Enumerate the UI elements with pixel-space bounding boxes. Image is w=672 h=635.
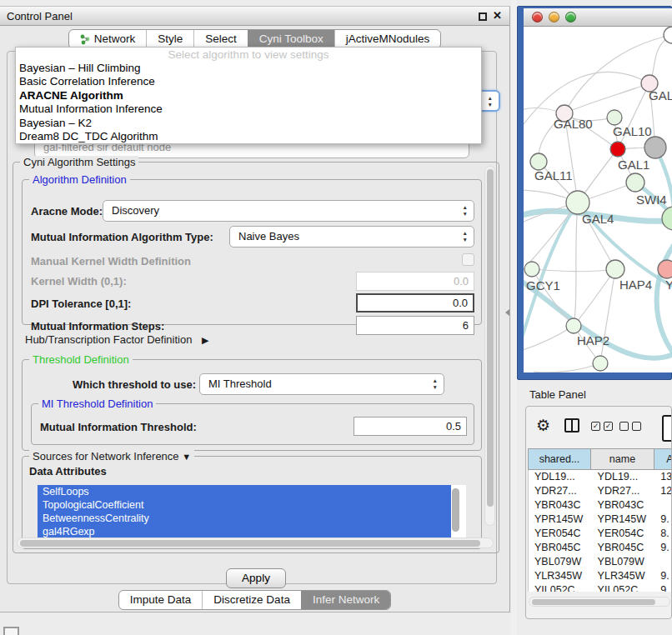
- unchecked-checkbox-icon[interactable]: [619, 422, 629, 431]
- table-column-header[interactable]: A: [654, 448, 672, 470]
- control-panel-titlebar[interactable]: Control Panel ✕: [0, 7, 509, 26]
- settings-horizontal-scrollbar-thumb[interactable]: [20, 540, 480, 547]
- kernel-width-field[interactable]: 0.0: [356, 272, 474, 291]
- table-horizontal-scrollbar[interactable]: [529, 597, 670, 607]
- tab-discretize-data[interactable]: Discretize Data: [202, 591, 301, 609]
- mi-threshold-definition-group: MI Threshold Definition Mutual Informati…: [31, 403, 474, 445]
- tab-jactivemnodules[interactable]: jActiveMNodules: [334, 30, 441, 48]
- data-attribute-item[interactable]: gal4RGexp: [38, 525, 451, 538]
- data-attribute-item[interactable]: SelfLoops: [38, 485, 451, 498]
- table-row[interactable]: YDL19...YDL19...13: [529, 470, 672, 484]
- table-header-row: shared...nameA: [528, 448, 672, 470]
- mi-steps-field[interactable]: 6: [356, 316, 474, 335]
- algorithm-option[interactable]: Basic Correlation Inference: [16, 75, 481, 88]
- settings-vertical-scrollbar[interactable]: [484, 166, 495, 526]
- tab-cyni-toolbox[interactable]: Cyni Toolbox: [248, 30, 334, 48]
- network-view-window[interactable]: GALGAL80GAL10GAL1GAL11GAL4SWI4HAP4YGCY1H…: [517, 6, 672, 380]
- table-row[interactable]: YBR045CYBR045C9.: [529, 541, 672, 555]
- sources-group: Sources for Network Inference ▼ Data Att…: [22, 456, 482, 549]
- hub-tf-definition-expander[interactable]: Hub/Transcription Factor Definition ▶: [25, 333, 208, 346]
- zoom-traffic-light-icon[interactable]: [565, 12, 576, 22]
- dpi-tolerance-field[interactable]: 0.0: [356, 293, 474, 312]
- mi-algorithm-type-label: Mutual Information Algorithm Type:: [31, 231, 213, 243]
- minimized-panel-fragment[interactable]: [3, 627, 19, 635]
- network-node-hap2[interactable]: [566, 318, 581, 333]
- document-icon[interactable]: [662, 415, 672, 442]
- table-cell: [654, 498, 672, 512]
- network-edge[interactable]: [534, 363, 600, 372]
- network-node[interactable]: [593, 356, 608, 371]
- table-row[interactable]: YBL079WYBL079W: [529, 555, 672, 569]
- table-cell: 12: [654, 484, 672, 498]
- network-edge[interactable]: [574, 202, 578, 326]
- manual-kernel-width-checkbox[interactable]: [462, 253, 474, 266]
- network-node-gcy1[interactable]: [524, 262, 539, 277]
- which-threshold-combobox[interactable]: MI Threshold ▲▼: [199, 373, 444, 395]
- expander-down-arrow-icon[interactable]: ▼: [182, 452, 191, 462]
- network-edge[interactable]: [618, 83, 649, 149]
- columns-icon[interactable]: [564, 418, 579, 432]
- unchecked-checkbox-icon[interactable]: [632, 422, 641, 431]
- apply-button[interactable]: Apply: [226, 568, 286, 588]
- table-row[interactable]: YPR145WYPR145W9.: [529, 512, 672, 527]
- tab-label: Impute Data: [130, 591, 192, 609]
- mi-threshold-field[interactable]: 0.5: [354, 417, 467, 436]
- network-edge[interactable]: [657, 242, 672, 362]
- tab-select[interactable]: Select: [193, 30, 248, 48]
- network-node-gal10[interactable]: [607, 110, 622, 125]
- network-node-gal1[interactable]: [626, 173, 644, 192]
- splitter-collapse-arrow-icon[interactable]: [505, 309, 509, 316]
- tab-network[interactable]: Network: [69, 30, 147, 48]
- network-node-gal11[interactable]: [530, 153, 547, 170]
- attributes-scrollbar-thumb[interactable]: [452, 488, 459, 532]
- algorithm-option[interactable]: ARACNE Algorithm: [16, 89, 481, 102]
- table-row[interactable]: YBR043CYBR043C: [529, 498, 672, 512]
- tab-style[interactable]: Style: [146, 30, 193, 48]
- mi-algorithm-type-combobox[interactable]: Naive Bayes ▲▼: [229, 226, 474, 248]
- table-cell: YER054C: [592, 527, 655, 541]
- data-attributes-list[interactable]: SelfLoopsTopologicalCoefficientBetweenne…: [38, 485, 466, 538]
- checked-checkbox-icon[interactable]: ✓: [604, 422, 613, 431]
- table-panel-title: Table Panel: [529, 388, 586, 401]
- table-row[interactable]: YLR345WYLR345W9.: [529, 569, 672, 583]
- minimize-traffic-light-icon[interactable]: [549, 12, 559, 22]
- algorithm-option[interactable]: Dream8 DC_TDC Algorithm: [16, 130, 481, 143]
- gear-icon[interactable]: ⚙: [536, 417, 550, 435]
- table-row[interactable]: YIL052CYIL052C9.: [529, 583, 672, 592]
- network-node[interactable]: [644, 137, 666, 158]
- tab-label: Discretize Data: [213, 591, 290, 609]
- data-attribute-item[interactable]: BetweennessCentrality: [38, 512, 451, 525]
- network-node-hap4[interactable]: [606, 260, 624, 278]
- table-column-header[interactable]: name: [591, 448, 654, 470]
- float-window-icon[interactable]: [479, 12, 487, 21]
- settings-vertical-scrollbar-thumb[interactable]: [487, 169, 494, 507]
- table-row[interactable]: YDR27...YDR27...12: [529, 484, 672, 498]
- aracne-mode-combobox[interactable]: Discovery ▲▼: [103, 200, 474, 222]
- network-canvas[interactable]: GALGAL80GAL10GAL1GAL11GAL4SWI4HAP4YGCY1H…: [524, 27, 672, 372]
- table-horizontal-scrollbar-thumb[interactable]: [532, 599, 655, 605]
- expander-right-arrow-icon[interactable]: ▶: [202, 335, 208, 345]
- network-node-swi4[interactable]: [662, 207, 672, 230]
- network-window-titlebar[interactable]: [524, 8, 672, 27]
- threshold-definition-group: Threshold Definition Which threshold to …: [22, 359, 482, 451]
- network-node-y[interactable]: [658, 260, 672, 278]
- network-edge[interactable]: [524, 326, 574, 352]
- tab-impute-data[interactable]: Impute Data: [119, 591, 203, 609]
- table-row[interactable]: YER054CYER054C8.: [529, 527, 672, 541]
- checked-checkbox-icon[interactable]: ✓: [591, 422, 600, 431]
- network-node[interactable]: [610, 142, 625, 157]
- tab-infer-network[interactable]: Infer Network: [301, 591, 390, 609]
- data-attribute-item[interactable]: TopologicalCoefficient: [38, 498, 451, 512]
- algorithm-option[interactable]: Bayesian – K2: [16, 117, 481, 130]
- close-icon[interactable]: ✕: [493, 9, 502, 22]
- settings-horizontal-scrollbar[interactable]: [17, 538, 494, 548]
- network-node[interactable]: [664, 27, 672, 43]
- close-traffic-light-icon[interactable]: [532, 12, 543, 22]
- panel-splitter[interactable]: [511, 0, 517, 635]
- algorithm-option[interactable]: Mutual Information Inference: [16, 102, 481, 116]
- algorithm-option[interactable]: Bayesian – Hill Climbing: [16, 62, 481, 75]
- network-node-label: GAL10: [613, 124, 652, 138]
- network-node-gal4[interactable]: [566, 191, 589, 214]
- network-edge[interactable]: [574, 269, 615, 326]
- table-column-header[interactable]: shared...: [528, 448, 591, 470]
